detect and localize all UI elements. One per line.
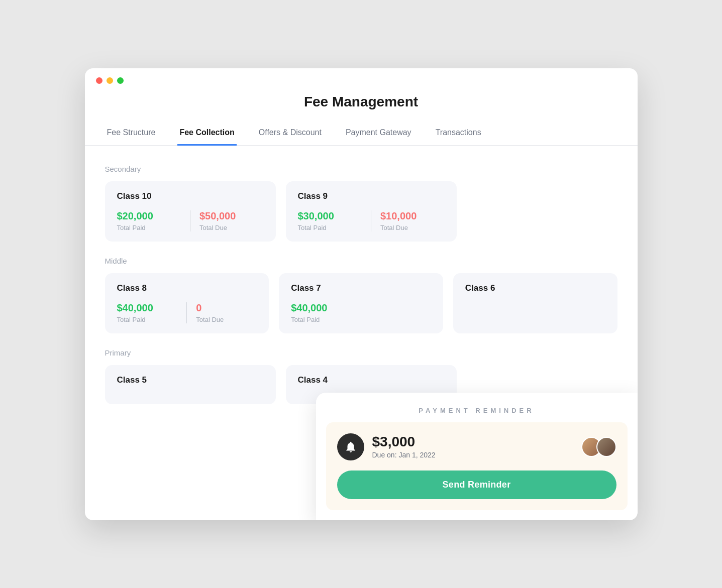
card-class-4-title: Class 4 (298, 375, 445, 385)
class-9-due-label: Total Due (380, 224, 445, 231)
tab-bar: Fee Structure Fee Collection Offers & Di… (85, 122, 638, 146)
class-10-divider (190, 210, 190, 231)
card-class-9-amounts: $30,000 Total Paid $10,000 Total Due (298, 210, 445, 231)
secondary-cards-row: Class 10 $20,000 Total Paid $50,000 Tota… (105, 181, 617, 242)
class-7-paid-block: $40,000 Total Paid (291, 302, 431, 323)
class-7-paid-label: Total Paid (291, 316, 431, 323)
main-content: Secondary Class 10 $20,000 Total Paid $5… (85, 146, 638, 434)
class-9-divider (371, 210, 371, 231)
class-8-paid-block: $40,000 Total Paid (117, 302, 178, 323)
middle-cards-row: Class 8 $40,000 Total Paid 0 Total Due C… (105, 273, 617, 333)
close-dot[interactable] (96, 77, 102, 84)
avatar-group (581, 437, 616, 457)
class-8-paid-amount: $40,000 (117, 302, 178, 314)
card-class-10[interactable]: Class 10 $20,000 Total Paid $50,000 Tota… (105, 181, 276, 242)
card-class-6-title: Class 6 (465, 283, 605, 293)
section-label-primary: Primary (105, 348, 617, 357)
class-8-divider (186, 302, 187, 323)
reminder-amount: $3,000 (372, 434, 436, 450)
bell-icon (337, 433, 364, 460)
class-9-due-block: $10,000 Total Due (380, 210, 445, 231)
card-class-8-title: Class 8 (117, 283, 257, 293)
tab-fee-structure[interactable]: Fee Structure (105, 122, 158, 146)
avatar-2 (596, 437, 616, 457)
class-10-due-block: $50,000 Total Due (199, 210, 264, 231)
card-class-8-amounts: $40,000 Total Paid 0 Total Due (117, 302, 257, 323)
class-9-paid-label: Total Paid (298, 224, 362, 231)
class-10-paid-block: $20,000 Total Paid (117, 210, 181, 231)
maximize-dot[interactable] (117, 77, 124, 84)
card-class-8[interactable]: Class 8 $40,000 Total Paid 0 Total Due (105, 273, 269, 333)
tab-transactions[interactable]: Transactions (434, 122, 483, 146)
page-title: Fee Management (85, 89, 638, 122)
card-class-7-title: Class 7 (291, 283, 431, 293)
title-bar (85, 68, 638, 89)
tab-offers-discount[interactable]: Offers & Discount (257, 122, 324, 146)
card-class-7-amounts: $40,000 Total Paid (291, 302, 431, 323)
reminder-info-row: $3,000 Due on: Jan 1, 2022 (337, 433, 616, 460)
card-class-5-title: Class 5 (117, 375, 264, 385)
class-10-due-amount: $50,000 (199, 210, 264, 222)
class-8-due-block: 0 Total Due (196, 302, 257, 323)
card-class-5[interactable]: Class 5 (105, 365, 276, 404)
tab-payment-gateway[interactable]: Payment Gateway (344, 122, 414, 146)
main-window: Fee Management Fee Structure Fee Collect… (85, 68, 638, 520)
payment-reminder-overlay: PAYMENT REMINDER $3,000 Due on: Jan 1, 2… (316, 393, 638, 520)
class-7-paid-amount: $40,000 (291, 302, 431, 314)
reminder-text-block: $3,000 Due on: Jan 1, 2022 (372, 434, 436, 459)
card-class-7[interactable]: Class 7 $40,000 Total Paid (279, 273, 443, 333)
section-label-middle: Middle (105, 257, 617, 265)
send-reminder-button[interactable]: Send Reminder (337, 471, 616, 499)
class-8-paid-label: Total Paid (117, 316, 178, 323)
class-9-paid-block: $30,000 Total Paid (298, 210, 362, 231)
reminder-header: PAYMENT REMINDER (316, 393, 638, 422)
class-10-paid-amount: $20,000 (117, 210, 181, 222)
card-class-9[interactable]: Class 9 $30,000 Total Paid $10,000 Total… (286, 181, 457, 242)
class-9-due-amount: $10,000 (380, 210, 445, 222)
section-label-secondary: Secondary (105, 165, 617, 173)
class-10-due-label: Total Due (199, 224, 264, 231)
class-8-due-amount: 0 (196, 302, 257, 314)
reminder-due-date: Due on: Jan 1, 2022 (372, 451, 436, 459)
minimize-dot[interactable] (107, 77, 113, 84)
card-class-10-title: Class 10 (117, 191, 264, 201)
reminder-body: $3,000 Due on: Jan 1, 2022 Send Reminder (326, 422, 628, 510)
card-class-10-amounts: $20,000 Total Paid $50,000 Total Due (117, 210, 264, 231)
card-class-9-title: Class 9 (298, 191, 445, 201)
class-9-paid-amount: $30,000 (298, 210, 362, 222)
class-10-paid-label: Total Paid (117, 224, 181, 231)
card-class-6[interactable]: Class 6 (453, 273, 617, 333)
tab-fee-collection[interactable]: Fee Collection (177, 122, 236, 146)
class-8-due-label: Total Due (196, 316, 257, 323)
